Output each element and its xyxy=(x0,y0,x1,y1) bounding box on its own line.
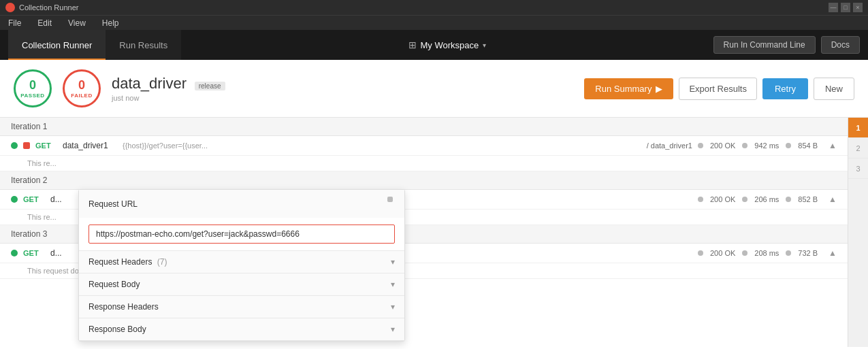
run-summary-arrow-icon: ▶ xyxy=(656,84,662,94)
table-row[interactable]: GET data_driver1 {{host}}/get?user={{use… xyxy=(0,136,848,156)
failed-badge: 0 FAILED xyxy=(63,69,101,107)
request-meta: 200 OK 208 ms 732 B xyxy=(698,249,818,257)
request-detail-dropdown: Request URL https://postman-echo.com/get… xyxy=(78,189,405,342)
dropdown-body-section: Request Body ▾ xyxy=(79,273,404,296)
side-num-1[interactable]: 1 xyxy=(848,118,868,138)
side-num-2[interactable]: 2 xyxy=(848,138,868,159)
tab-collection-runner[interactable]: Collection Runner xyxy=(8,30,106,60)
run-summary-button[interactable]: Run Summary ▶ xyxy=(584,78,673,99)
failed-label: FAILED xyxy=(71,93,92,99)
status-dot xyxy=(698,250,703,256)
dropdown-body-label: Request Body xyxy=(89,280,140,289)
tab-run-results[interactable]: Run Results xyxy=(106,30,181,60)
menu-help[interactable]: Help xyxy=(99,17,122,29)
response-size: 854 B xyxy=(798,142,818,150)
status-dot xyxy=(698,197,703,202)
menu-bar: File Edit View Help xyxy=(0,15,868,30)
size-dot xyxy=(786,197,791,202)
dropdown-url-header[interactable]: Request URL xyxy=(79,190,404,218)
dropdown-resp-headers-section: Response Headers ▾ xyxy=(79,296,404,318)
collapse-icon[interactable]: ▲ xyxy=(829,195,837,204)
close-button[interactable]: × xyxy=(853,3,863,12)
passed-label: PASSED xyxy=(20,93,44,99)
workspace-name: My Workspace xyxy=(421,40,479,50)
menu-file[interactable]: File xyxy=(5,17,24,29)
request-path: / data_driver1 xyxy=(647,142,692,150)
status-indicator-green xyxy=(11,142,18,149)
request-meta: 200 OK 206 ms 852 B xyxy=(698,195,818,203)
scroll-area xyxy=(387,196,395,210)
method-get: GET xyxy=(35,142,57,150)
runner-header: 0 PASSED 0 FAILED data_driver release ju… xyxy=(0,60,868,118)
maximize-button[interactable]: □ xyxy=(841,3,850,12)
chevron-down-icon: ▾ xyxy=(391,302,395,312)
status-dot xyxy=(698,143,703,148)
request-url-short: {{host}}/get?user={{user... xyxy=(123,142,641,150)
request-url-full: https://postman-echo.com/get?user=jack&p… xyxy=(89,225,395,244)
time-dot xyxy=(742,143,748,148)
request-name: data_driver1 xyxy=(63,141,117,150)
dropdown-headers-label: Request Headers xyxy=(89,257,152,267)
run-command-line-button[interactable]: Run In Command Line xyxy=(713,36,816,54)
retry-button[interactable]: Retry xyxy=(762,78,808,99)
response-status: 200 OK xyxy=(710,249,735,257)
side-num-3[interactable]: 3 xyxy=(848,159,868,179)
response-time: 206 ms xyxy=(754,195,779,203)
nav-bar: Collection Runner Run Results ⊞ My Works… xyxy=(0,30,868,60)
method-get: GET xyxy=(23,249,45,257)
response-status: 200 OK xyxy=(710,142,735,150)
main-content: 0 PASSED 0 FAILED data_driver release ju… xyxy=(0,60,868,349)
status-indicator-green xyxy=(11,196,18,203)
iteration-side-panel: 1 2 3 xyxy=(848,118,868,347)
dropdown-resp-headers-label: Response Headers xyxy=(89,302,159,312)
size-dot xyxy=(786,250,791,256)
request-meta: 200 OK 942 ms 854 B xyxy=(698,142,818,150)
menu-view[interactable]: View xyxy=(65,17,89,29)
dropdown-body-header[interactable]: Request Body ▾ xyxy=(79,273,404,295)
failed-count: 0 xyxy=(78,78,85,93)
minimize-button[interactable]: — xyxy=(829,3,838,12)
dropdown-headers-header[interactable]: Request Headers (7) ▾ xyxy=(79,251,404,273)
runner-actions: Run Summary ▶ Export Results Retry New xyxy=(584,78,854,100)
iteration-2-header: Iteration 2 xyxy=(0,171,848,190)
chevron-down-icon: ▾ xyxy=(391,325,395,334)
method-get: GET xyxy=(23,195,45,203)
run-timestamp: just now xyxy=(112,94,573,102)
dropdown-resp-body-header[interactable]: Response Body ▾ xyxy=(79,318,404,340)
response-time: 942 ms xyxy=(754,142,779,150)
app-title: Collection Runner xyxy=(19,3,78,12)
nav-buttons: Run In Command Line Docs xyxy=(713,36,860,54)
time-dot xyxy=(742,197,748,202)
dropdown-headers-count: (7) xyxy=(157,257,167,267)
dropdown-url-title: Request URL xyxy=(89,199,138,209)
passed-count: 0 xyxy=(29,78,36,93)
scrollbar-thumb-icon xyxy=(387,196,393,210)
collapse-icon[interactable]: ▲ xyxy=(829,248,837,258)
time-dot xyxy=(742,250,748,256)
dropdown-resp-body-section: Response Body ▾ xyxy=(79,318,404,341)
status-indicator-red xyxy=(23,142,30,149)
collapse-icon[interactable]: ▲ xyxy=(829,141,837,150)
collection-tag: release xyxy=(195,82,225,90)
title-bar-left: Collection Runner xyxy=(5,3,78,12)
chevron-down-icon: ▾ xyxy=(391,280,395,289)
response-status: 200 OK xyxy=(710,195,735,203)
dropdown-resp-headers-header[interactable]: Response Headers ▾ xyxy=(79,296,404,318)
dropdown-resp-body-label: Response Body xyxy=(89,325,146,334)
window-controls[interactable]: — □ × xyxy=(829,3,863,12)
runner-title: data_driver release just now xyxy=(112,75,573,102)
docs-button[interactable]: Docs xyxy=(821,36,860,54)
size-dot xyxy=(786,143,791,148)
workspace-icon: ⊞ xyxy=(408,39,417,50)
menu-edit[interactable]: Edit xyxy=(35,17,54,29)
response-size: 732 B xyxy=(798,249,818,257)
new-button[interactable]: New xyxy=(814,78,854,100)
status-indicator-green xyxy=(11,250,18,256)
dropdown-headers-section: Request Headers (7) ▾ xyxy=(79,251,404,273)
chevron-down-icon: ▾ xyxy=(391,257,395,267)
iteration-1-header: Iteration 1 xyxy=(0,118,848,136)
workspace-selector[interactable]: ⊞ My Workspace ▾ xyxy=(408,39,487,50)
workspace-chevron-icon: ▾ xyxy=(483,41,486,49)
export-results-button[interactable]: Export Results xyxy=(679,78,757,100)
collection-name: data_driver xyxy=(112,75,187,92)
